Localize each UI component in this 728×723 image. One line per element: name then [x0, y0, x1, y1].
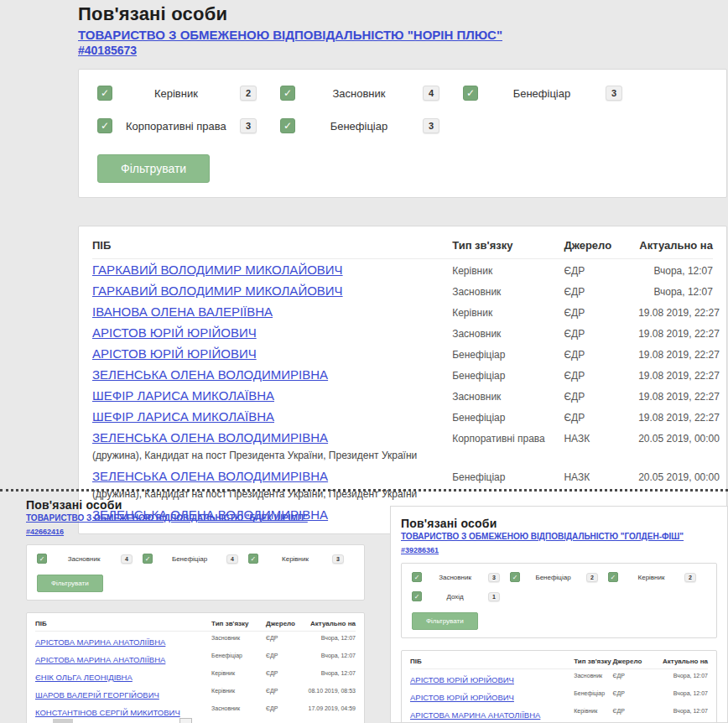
checkbox-checked-icon[interactable]: ✓: [97, 86, 112, 101]
relation-type: Бенефіціар: [574, 689, 612, 696]
actual-date: Вчора, 12:07: [304, 633, 356, 641]
header-name: ПІБ: [35, 620, 211, 627]
table-row: КОНСТАНТІНОВ СЕРГІЙ МИКИТОВИЧ Бенефіціар…: [35, 720, 356, 723]
checkbox-checked-icon[interactable]: ✓: [412, 591, 422, 601]
person-link[interactable]: ШАРОВ ВАЛЕРІЙ ГЕОРГІЙОВИЧ: [35, 690, 159, 700]
filter-list: ✓ Засновник 4 ✓ Бенефіціар 4 ✓ Керівник …: [37, 554, 354, 573]
actual-date: 17.09 2019, 04:59: [304, 704, 356, 711]
person-link[interactable]: ШЕФІР ЛАРИСА МИКОЛАЇВНА: [92, 409, 274, 424]
company-link[interactable]: ТОВАРИСТВО З ОБМЕЖЕНОЮ ВІДПОВІДАЛЬНІСТЮ …: [26, 513, 365, 523]
filter-label: Корпоративні права: [112, 120, 240, 133]
company-link[interactable]: ТОВАРИСТВО З ОБМЕЖЕНОЮ ВІДПОВІДАЛЬНІСТЮ …: [401, 532, 717, 541]
filter-label: Засновник: [47, 555, 121, 563]
filter-button[interactable]: Фільтрувати: [412, 612, 478, 630]
checkbox-checked-icon[interactable]: ✓: [248, 554, 258, 564]
person-link[interactable]: АРІСТОВ ЮРІЙ ЮРІЙОВИЧ: [92, 325, 257, 340]
actual-date: 19.08 2019, 22:27: [638, 325, 713, 340]
source: ЄДР: [612, 671, 645, 679]
filter-panel: ✓ Керівник 2 ✓ Засновник 4 ✓ Бенефіціар …: [78, 69, 727, 198]
actual-date: 19.08 2019, 22:27: [638, 388, 713, 403]
person-link[interactable]: АРІСТОВ ЮРІЙ ЮРІЙОВИЧ: [92, 346, 257, 361]
checkbox-checked-icon[interactable]: ✓: [463, 86, 478, 101]
filter-panel: ✓ Засновник 3 ✓ Бенефіціар 2 ✓ Керівник …: [401, 563, 717, 638]
source: ЄДР: [564, 325, 638, 340]
person-link[interactable]: ГАРКАВИЙ ВОЛОДИМИР МИКОЛАЙОВИЧ: [92, 263, 343, 277]
company-link[interactable]: ТОВАРИСТВО З ОБМЕЖЕНОЮ ВІДПОВІДАЛЬНІСТЮ …: [78, 28, 727, 42]
filter-item: ✓ Засновник 4: [37, 554, 143, 564]
panel-title: Пов'язані особи: [401, 517, 717, 530]
filter-count-badge: 4: [121, 554, 133, 564]
filter-label: Бенефіціар: [295, 120, 423, 133]
filter-label: Керівник: [258, 555, 332, 563]
source: ЄДР: [564, 367, 638, 382]
checkbox-checked-icon[interactable]: ✓: [510, 572, 520, 582]
filter-count-badge: 2: [240, 86, 257, 101]
source: ЄДР: [612, 689, 645, 696]
filter-label: Засновник: [295, 87, 423, 100]
source: НАЗК: [564, 430, 638, 445]
person-link[interactable]: ГАРКАВИЙ ВОЛОДИМИР МИКОЛАЙОВИЧ: [92, 283, 343, 298]
filter-label: Бенефіціар: [520, 574, 586, 581]
table-row: ЗЕЛЕНСЬКА ОЛЕНА ВОЛОДИМИРІВНА Бенефіціар…: [92, 364, 713, 385]
filter-list: ✓ Засновник 3 ✓ Бенефіціар 2 ✓ Керівник …: [412, 572, 706, 611]
pagination-cutoff: [53, 719, 73, 723]
relation-type: Бенефіціар: [452, 409, 564, 424]
person-link[interactable]: АРІСТОВА МАРИНА АНАТОЛІЇВНА: [35, 655, 165, 664]
relation-type: Засновник: [452, 325, 564, 340]
header-actual: Актуально на: [304, 620, 356, 627]
checkbox-checked-icon[interactable]: ✓: [143, 554, 153, 564]
checkbox-checked-icon[interactable]: ✓: [412, 572, 422, 582]
person-link[interactable]: АРІСТОВ ЮРІЙ ЮРІЙОВИЧ: [410, 675, 514, 684]
filter-button[interactable]: Фільтрувати: [97, 154, 210, 183]
header-name: ПІБ: [92, 239, 452, 252]
company-code-link[interactable]: #39286361: [401, 546, 439, 554]
person-link[interactable]: ЗЕЛЕНСЬКА ОЛЕНА ВОЛОДИМИРІВНА: [92, 367, 328, 382]
header-type: Тип зв'язку: [452, 239, 564, 252]
panel-title: Пов'язані особи: [26, 498, 365, 512]
person-link[interactable]: АРІСТОВА МАРИНА АНАТОЛІЇВНА: [35, 637, 165, 647]
related-persons-section: Пов'язані особи ТОВАРИСТВО З ОБМЕЖЕНОЮ В…: [78, 3, 727, 534]
relation-type: Засновник: [452, 388, 564, 403]
header-name: ПІБ: [410, 658, 574, 665]
header-type: Тип зв'язку: [574, 658, 612, 665]
person-link[interactable]: ШЕФІР ЛАРИСА МИКОЛАЇВНА: [92, 388, 274, 403]
filter-label: Дохід: [422, 593, 488, 601]
table-row: АРІСТОВ ЮРІЙ ЮРІЙОВИЧ Засновник ЄДР Вчор…: [410, 669, 708, 687]
source: ЄДР: [266, 686, 304, 694]
table-row: АРІСТОВ ЮРІЙ ЮРІЙОВИЧ Бенефіціар ЄДР Вчо…: [410, 687, 708, 705]
filter-count-badge: 2: [586, 573, 598, 582]
table-row: ШЕФІР ЛАРИСА МИКОЛАЇВНА Засновник ЄДР 19…: [92, 385, 713, 406]
table-row: ЗЕЛЕНСЬКА ОЛЕНА ВОЛОДИМИРІВНА (дружина),…: [92, 427, 713, 466]
checkbox-checked-icon[interactable]: ✓: [37, 554, 47, 564]
person-link[interactable]: ЗЕЛЕНСЬКА ОЛЕНА ВОЛОДИМИРІВНА: [92, 469, 328, 483]
table-row: ГАРКАВИЙ ВОЛОДИМИР МИКОЛАЙОВИЧ Засновник…: [92, 280, 713, 301]
checkbox-checked-icon[interactable]: ✓: [608, 572, 618, 582]
checkbox-checked-icon[interactable]: ✓: [280, 86, 295, 101]
company-code-link[interactable]: #42662416: [26, 528, 64, 536]
actual-date: 20.05 2019, 00:00: [638, 469, 713, 483]
person-link[interactable]: ЗЕЛЕНСЬКА ОЛЕНА ВОЛОДИМИРІВНА: [92, 430, 328, 445]
header-actual: Актуально на: [645, 658, 708, 665]
source: ЄДР: [266, 668, 304, 676]
header-type: Тип зв'язку: [211, 620, 266, 627]
filter-button[interactable]: Фільтрувати: [37, 575, 103, 592]
checkbox-checked-icon[interactable]: ✓: [97, 118, 112, 133]
company-code-link[interactable]: #40185673: [78, 44, 137, 57]
person-link[interactable]: ЄНІК ОЛЬГА ЛЕОНІДІВНА: [35, 673, 133, 682]
filter-item: ✓ Бенефіціар 3: [463, 86, 646, 101]
table-row: АРІСТОВ ЮРІЙ ЮРІЙОВИЧ Засновник ЄДР 19.0…: [92, 322, 713, 343]
checkbox-checked-icon[interactable]: ✓: [280, 118, 295, 133]
filter-count-badge: 3: [423, 118, 439, 133]
source: ЄДР: [564, 263, 638, 277]
source: ЄДР: [266, 633, 304, 641]
filter-label: Засновник: [422, 574, 488, 581]
person-link[interactable]: КОНСТАНТІНОВ СЕРГІЙ МИКИТОВИЧ: [35, 708, 180, 717]
person-link[interactable]: АРІСТОВА МАРИНА АНАТОЛІЇВНА: [410, 710, 540, 720]
relation-type: Засновник: [211, 633, 266, 641]
table-body: ГАРКАВИЙ ВОЛОДИМИР МИКОЛАЙОВИЧ Керівник …: [92, 259, 713, 525]
person-link[interactable]: АРІСТОВ ЮРІЙ ЮРІЙОВИЧ: [410, 693, 514, 702]
persons-table: ПІБ Тип зв'язку Джерело Актуально на АРІ…: [26, 612, 365, 723]
filter-item: ✓ Корпоративні права 3: [97, 118, 280, 133]
person-link[interactable]: ІВАНОВА ОЛЕНА ВАЛЕРІЇВНА: [92, 304, 273, 319]
table-row: АРІСТОВА МАРИНА АНАТОЛІЇВНА Бенефіціар Є…: [35, 649, 356, 667]
